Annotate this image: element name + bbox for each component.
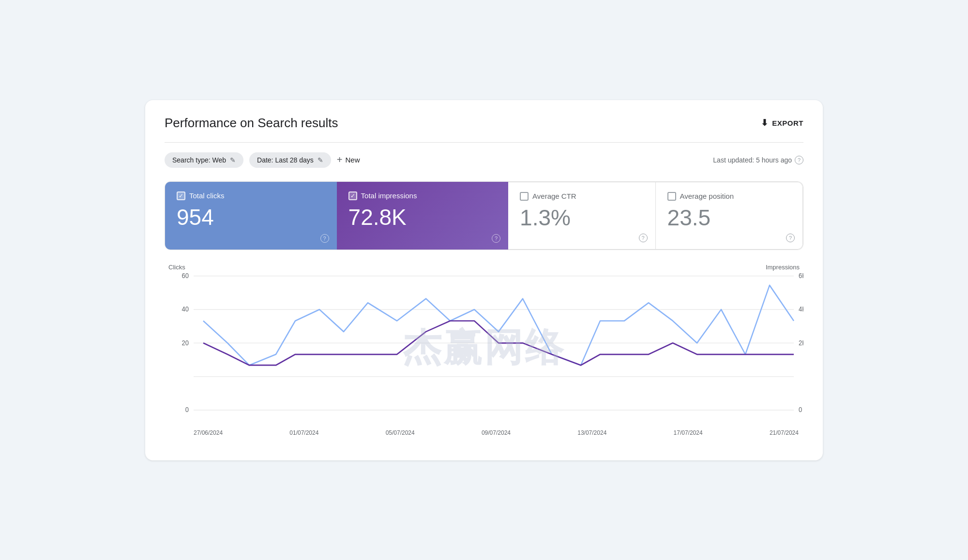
chart-svg: 60 40 20 0 6K 4K 2K 0 — [165, 271, 803, 426]
position-help: ? — [786, 233, 795, 242]
position-label-row: Average position — [667, 192, 791, 201]
export-icon: ⬇ — [761, 118, 769, 128]
position-label: Average position — [680, 192, 734, 200]
impressions-label: Total impressions — [361, 192, 417, 200]
x-label-3: 09/07/2024 — [482, 429, 511, 436]
svg-text:60: 60 — [182, 272, 189, 279]
clicks-help: ? — [320, 234, 329, 243]
x-label-1: 01/07/2024 — [289, 429, 318, 436]
ctr-label: Average CTR — [532, 192, 576, 200]
x-label-5: 17/07/2024 — [674, 429, 703, 436]
svg-text:4K: 4K — [799, 305, 803, 312]
impressions-help: ? — [492, 234, 500, 243]
x-axis-labels: 27/06/2024 01/07/2024 05/07/2024 09/07/2… — [165, 426, 803, 436]
ctr-value: 1.3% — [520, 206, 643, 229]
impressions-checkbox[interactable]: ✓ — [348, 192, 357, 200]
ctr-help: ? — [639, 233, 648, 242]
filter-row: Search type: Web ✎ Date: Last 28 days ✎ … — [165, 152, 803, 168]
svg-text:2K: 2K — [799, 339, 803, 346]
position-help-icon[interactable]: ? — [786, 234, 795, 242]
page-title: Performance on Search results — [165, 116, 338, 131]
search-type-filter[interactable]: Search type: Web ✎ — [165, 152, 243, 168]
impressions-value: 72.8K — [348, 206, 497, 228]
date-edit-icon: ✎ — [318, 156, 323, 164]
x-label-6: 21/07/2024 — [770, 429, 799, 436]
svg-text:0: 0 — [799, 406, 802, 413]
clicks-label: Total clicks — [189, 192, 225, 200]
clicks-value: 954 — [177, 206, 325, 228]
clicks-label-row: ✓ Total clicks — [177, 192, 325, 200]
ctr-checkbox[interactable] — [520, 192, 529, 201]
date-filter[interactable]: Date: Last 28 days ✎ — [249, 152, 331, 168]
main-card: Performance on Search results ⬇ EXPORT S… — [145, 100, 823, 460]
search-type-edit-icon: ✎ — [230, 156, 236, 164]
svg-text:40: 40 — [182, 305, 189, 312]
metric-total-clicks[interactable]: ✓ Total clicks 954 ? — [165, 182, 337, 250]
date-label: Date: Last 28 days — [257, 156, 314, 164]
metric-average-ctr[interactable]: Average CTR 1.3% ? — [508, 182, 655, 250]
svg-text:20: 20 — [182, 339, 189, 346]
ctr-label-row: Average CTR — [520, 192, 643, 201]
chart-svg-wrapper: 60 40 20 0 6K 4K 2K 0 杰赢网络 — [165, 271, 803, 426]
header-row: Performance on Search results ⬇ EXPORT — [165, 116, 803, 131]
svg-text:6K: 6K — [799, 272, 803, 279]
x-label-0: 27/06/2024 — [194, 429, 223, 436]
impressions-help-icon[interactable]: ? — [492, 234, 500, 243]
search-type-label: Search type: Web — [172, 156, 226, 164]
last-updated-help-icon[interactable]: ? — [795, 156, 803, 164]
impressions-label-row: ✓ Total impressions — [348, 192, 497, 200]
export-label: EXPORT — [772, 119, 803, 127]
x-label-4: 13/07/2024 — [577, 429, 606, 436]
metric-total-impressions[interactable]: ✓ Total impressions 72.8K ? — [337, 182, 509, 250]
x-label-2: 05/07/2024 — [386, 429, 415, 436]
new-button[interactable]: + New — [337, 154, 360, 165]
svg-text:0: 0 — [185, 406, 189, 413]
clicks-checkbox[interactable]: ✓ — [177, 192, 185, 200]
clicks-help-icon[interactable]: ? — [320, 234, 329, 243]
plus-icon: + — [337, 154, 343, 165]
metrics-container: ✓ Total clicks 954 ? ✓ Total impressions… — [165, 181, 803, 250]
last-updated-text: Last updated: 5 hours ago — [713, 156, 792, 164]
chart-container: Clicks Impressions 60 40 20 0 6K 4K 2K — [165, 250, 803, 441]
metric-average-position[interactable]: Average position 23.5 ? — [656, 182, 803, 250]
export-button[interactable]: ⬇ EXPORT — [761, 118, 803, 128]
position-checkbox[interactable] — [667, 192, 676, 201]
position-value: 23.5 — [667, 206, 791, 229]
header-divider — [165, 142, 803, 143]
left-axis-label: Clicks — [165, 264, 185, 271]
ctr-help-icon[interactable]: ? — [639, 234, 648, 242]
right-axis-label: Impressions — [766, 264, 800, 271]
last-updated: Last updated: 5 hours ago ? — [713, 156, 803, 164]
new-label: New — [345, 156, 360, 164]
